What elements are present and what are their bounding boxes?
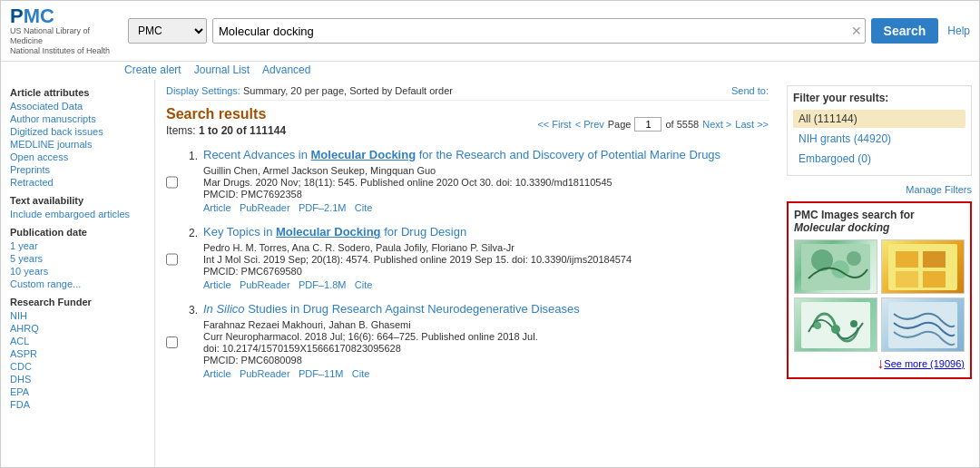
images-panel: PMC Images search for Molecular docking bbox=[787, 201, 972, 379]
send-to-text[interactable]: Send to: bbox=[731, 85, 769, 96]
result-num-2: 2. bbox=[183, 227, 198, 291]
sub-header: Create alert Journal List Advanced bbox=[1, 62, 979, 80]
filter-all[interactable]: All (111144) bbox=[793, 110, 965, 128]
sidebar-fda[interactable]: FDA bbox=[10, 399, 145, 410]
create-alert-link[interactable]: Create alert bbox=[124, 63, 181, 76]
sidebar-5years[interactable]: 5 years bbox=[10, 253, 145, 264]
first-page-link[interactable]: << First bbox=[537, 119, 571, 130]
result-cite-link-1[interactable]: Cite bbox=[355, 202, 373, 213]
manage-filters: Manage Filters bbox=[787, 183, 972, 196]
image-thumb-2[interactable] bbox=[881, 239, 965, 294]
see-more-link[interactable]: See more (19096) bbox=[884, 358, 965, 369]
result-item-3: 3. In Silico Studies in Drug Research Ag… bbox=[166, 302, 769, 380]
result-checkbox-3[interactable] bbox=[166, 305, 178, 380]
results-nav: Search results Items: 1 to 20 of 111144 … bbox=[166, 106, 769, 142]
results-title: Search results bbox=[166, 106, 286, 122]
right-panel: Filter your results: All (111144) NIH gr… bbox=[779, 80, 979, 468]
sidebar-include-embargoed[interactable]: Include embargoed articles bbox=[10, 209, 145, 219]
display-settings-text: Display Settings: Summary, 20 per page, … bbox=[166, 85, 453, 96]
result-cite-link-2[interactable]: Cite bbox=[355, 279, 373, 290]
sidebar-ahrq[interactable]: AHRQ bbox=[10, 323, 145, 334]
prev-page-link[interactable]: < Prev bbox=[575, 119, 604, 130]
last-page-link[interactable]: Last >> bbox=[735, 119, 769, 130]
sidebar-cdc[interactable]: CDC bbox=[10, 361, 145, 372]
result-title-link-2[interactable]: Key Topics in Molecular Docking for Drug… bbox=[203, 225, 466, 239]
sidebar-retracted[interactable]: Retracted bbox=[10, 177, 145, 188]
manage-filters-link[interactable]: Manage Filters bbox=[906, 184, 972, 195]
sidebar-digitized-back-issues[interactable]: Digitized back issues bbox=[10, 126, 145, 137]
database-select[interactable]: PMC PubMed Bookshelf bbox=[128, 18, 207, 44]
sidebar-1year[interactable]: 1 year bbox=[10, 240, 145, 251]
clear-search-button[interactable]: ✕ bbox=[851, 24, 862, 38]
results-title-block: Search results Items: 1 to 20 of 111144 bbox=[166, 106, 286, 142]
sidebar-acl[interactable]: ACL bbox=[10, 336, 145, 346]
result-links-1: Article PubReader PDF–2.1M Cite bbox=[203, 201, 769, 214]
result-article-link-2[interactable]: Article bbox=[203, 279, 231, 290]
sidebar-open-access[interactable]: Open access bbox=[10, 151, 145, 162]
images-query: Molecular docking bbox=[794, 221, 889, 234]
research-funder-title: Research Funder bbox=[10, 297, 145, 307]
search-input-wrap: ✕ bbox=[212, 18, 866, 44]
result-pubreader-link-2[interactable]: PubReader bbox=[240, 279, 290, 290]
result-body-3: In Silico Studies in Drug Research Again… bbox=[203, 302, 769, 380]
sidebar-custom-range[interactable]: Custom range... bbox=[10, 278, 145, 289]
result-article-link-1[interactable]: Article bbox=[203, 202, 231, 213]
result-title-3: In Silico Studies in Drug Research Again… bbox=[203, 302, 769, 317]
sidebar-preprints[interactable]: Preprints bbox=[10, 164, 145, 175]
result-pdf-link-1[interactable]: PDF–2.1M bbox=[299, 202, 347, 213]
publication-date-title: Publication date bbox=[10, 227, 145, 238]
result-title-1: Recent Advances in Molecular Docking for… bbox=[203, 148, 769, 163]
result-checkbox-2[interactable] bbox=[166, 228, 178, 291]
result-num-3: 3. bbox=[183, 304, 198, 380]
sub-header-links: Create alert Journal List Advanced bbox=[124, 63, 310, 76]
pmc-logo: PMC US National Library of Medicine Nati… bbox=[10, 6, 119, 55]
sidebar: Article attributes Associated Data Autho… bbox=[1, 80, 155, 468]
display-settings-summary: Summary, 20 per page, Sorted by Default … bbox=[243, 85, 453, 96]
help-link[interactable]: Help bbox=[947, 24, 970, 37]
sidebar-medline-journals[interactable]: MEDLINE journals bbox=[10, 139, 145, 150]
result-body-1: Recent Advances in Molecular Docking for… bbox=[203, 148, 769, 214]
filter-embargoed[interactable]: Embargoed (0) bbox=[793, 150, 965, 168]
result-checkbox-1[interactable] bbox=[166, 151, 178, 214]
arrow-down-icon: ↓ bbox=[877, 356, 884, 372]
result-pubreader-link-1[interactable]: PubReader bbox=[240, 202, 290, 213]
result-title-link-3[interactable]: In Silico Studies in Drug Research Again… bbox=[203, 302, 580, 316]
display-settings-link[interactable]: Display Settings: bbox=[166, 85, 240, 96]
page-label: Page bbox=[608, 119, 632, 130]
result-title-link-1[interactable]: Recent Advances in Molecular Docking for… bbox=[203, 148, 720, 161]
sidebar-author-manuscripts[interactable]: Author manuscripts bbox=[10, 113, 145, 124]
result-pdf-link-2[interactable]: PDF–1.8M bbox=[299, 279, 347, 290]
sidebar-dhs[interactable]: DHS bbox=[10, 374, 145, 385]
journal-list-link[interactable]: Journal List bbox=[194, 63, 250, 76]
search-input[interactable] bbox=[212, 18, 866, 44]
images-scroll[interactable]: ↓ See more (19096) bbox=[794, 239, 965, 372]
filter-nih-grants[interactable]: NIH grants (44920) bbox=[793, 130, 965, 148]
result-pmcid-1: PMCID: PMC7692358 bbox=[203, 189, 769, 200]
sidebar-aspr[interactable]: ASPR bbox=[10, 348, 145, 359]
result-pubreader-link-3[interactable]: PubReader bbox=[240, 368, 290, 379]
advanced-link[interactable]: Advanced bbox=[262, 63, 310, 76]
search-bar: PMC PubMed Bookshelf ✕ Search bbox=[128, 18, 938, 44]
image-thumb-3[interactable] bbox=[794, 297, 877, 352]
result-body-2: Key Topics in Molecular Docking for Drug… bbox=[203, 225, 769, 291]
next-page-link[interactable]: Next > bbox=[702, 119, 731, 130]
result-article-link-3[interactable]: Article bbox=[203, 368, 231, 379]
result-cite-link-3[interactable]: Cite bbox=[352, 368, 370, 379]
display-bar: Display Settings: Summary, 20 per page, … bbox=[166, 85, 769, 101]
page-input[interactable] bbox=[634, 117, 662, 132]
result-journal-2: Int J Mol Sci. 2019 Sep; 20(18): 4574. P… bbox=[203, 254, 769, 265]
svg-point-3 bbox=[847, 251, 861, 266]
result-pdf-link-3[interactable]: PDF–11M bbox=[299, 368, 344, 379]
result-item-2: 2. Key Topics in Molecular Docking for D… bbox=[166, 225, 769, 291]
sidebar-10years[interactable]: 10 years bbox=[10, 266, 145, 277]
result-item-1: 1. Recent Advances in Molecular Docking … bbox=[166, 148, 769, 214]
image-thumb-1[interactable] bbox=[794, 239, 877, 294]
search-button[interactable]: Search bbox=[871, 18, 939, 44]
sidebar-epa[interactable]: EPA bbox=[10, 386, 145, 397]
result-journal-1: Mar Drugs. 2020 Nov; 18(11): 545. Publis… bbox=[203, 177, 769, 188]
svg-rect-6 bbox=[923, 251, 946, 268]
sidebar-associated-data[interactable]: Associated Data bbox=[10, 101, 145, 112]
image-thumb-4[interactable] bbox=[881, 297, 965, 352]
sidebar-nih[interactable]: NIH bbox=[10, 310, 145, 321]
filter-box: Filter your results: All (111144) NIH gr… bbox=[787, 85, 972, 176]
